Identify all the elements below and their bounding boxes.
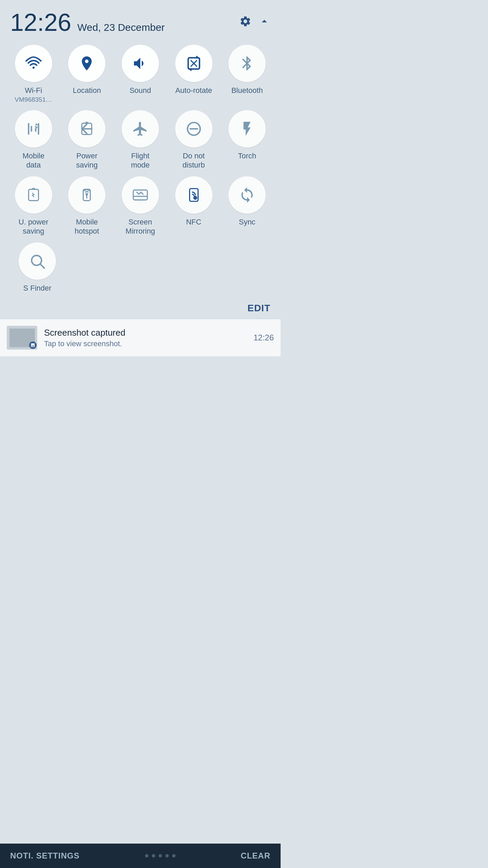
notification-thumbnail xyxy=(7,326,37,350)
tile-nfc-circle xyxy=(175,176,212,214)
header: 12:26 Wed, 23 December xyxy=(0,0,281,41)
tile-powersaving-label: Powersaving xyxy=(76,152,98,170)
tile-torch-label: Torch xyxy=(238,152,256,160)
tile-powersaving[interactable]: Powersaving xyxy=(63,110,110,170)
tile-nfc[interactable]: NFC xyxy=(170,176,218,236)
tile-sfinder[interactable]: S Finder xyxy=(14,242,61,293)
notification-bar[interactable]: Screenshot captured Tap to view screensh… xyxy=(0,319,281,356)
svg-point-0 xyxy=(33,66,35,68)
tile-sound-label: Sound xyxy=(129,86,151,95)
tile-mobiledata-circle xyxy=(15,110,52,147)
tile-bluetooth[interactable]: Bluetooth xyxy=(223,45,271,103)
tile-sync[interactable]: Sync xyxy=(223,176,271,236)
time-value: 12:26 xyxy=(10,10,71,35)
date-value: Wed, 23 December xyxy=(77,22,165,33)
edit-button[interactable]: EDIT xyxy=(247,303,270,314)
tile-torch[interactable]: Torch xyxy=(223,110,271,170)
tile-wifi-circle xyxy=(15,45,52,82)
tile-donotdisturb-circle xyxy=(175,110,212,147)
tile-torch-circle xyxy=(228,110,266,147)
tile-wifi[interactable]: Wi-Fi VM968351… xyxy=(10,45,57,103)
tiles-row-1: Wi-Fi VM968351… Location Sound xyxy=(7,45,274,103)
tile-mobilehotspot-circle xyxy=(68,176,105,214)
time-block: 12:26 Wed, 23 December xyxy=(10,10,165,35)
tiles-row-3: U. powersaving Mobilehotspot xyxy=(7,176,274,236)
tile-screenmirroring[interactable]: ScreenMirroring xyxy=(117,176,164,236)
svg-point-9 xyxy=(86,194,87,195)
tile-donotdisturb-label: Do notdisturb xyxy=(183,152,205,170)
tile-flightmode-label: Flightmode xyxy=(131,152,149,170)
tile-autorotate-circle xyxy=(175,45,212,82)
svg-point-14 xyxy=(195,197,196,198)
tiles-row-2: Mobiledata Powersaving Flightmode xyxy=(7,110,274,170)
tile-autorotate[interactable]: Auto-rotate xyxy=(170,45,218,103)
quick-tiles: Wi-Fi VM968351… Location Sound xyxy=(0,41,281,293)
svg-rect-3 xyxy=(85,122,88,123)
tile-flightmode-circle xyxy=(122,110,159,147)
tile-screenmirroring-circle xyxy=(122,176,159,214)
svg-rect-7 xyxy=(32,188,35,189)
tile-sync-label: Sync xyxy=(239,218,256,226)
notification-content: Screenshot captured Tap to view screensh… xyxy=(44,328,247,348)
edit-row: EDIT xyxy=(0,299,281,319)
tile-donotdisturb[interactable]: Do notdisturb xyxy=(170,110,218,170)
tile-mobilehotspot[interactable]: Mobilehotspot xyxy=(63,176,110,236)
tile-powersaving-circle xyxy=(68,110,105,147)
tile-mobiledata-label: Mobiledata xyxy=(22,152,44,170)
tile-sound[interactable]: Sound xyxy=(117,45,164,103)
tile-bluetooth-circle xyxy=(228,45,266,82)
tile-wifi-sublabel: VM968351… xyxy=(15,96,52,103)
tile-mobiledata[interactable]: Mobiledata xyxy=(10,110,57,170)
settings-icon[interactable] xyxy=(239,15,251,31)
notification-subtitle: Tap to view screenshot. xyxy=(44,339,247,348)
tile-location-circle xyxy=(68,45,105,82)
tile-upowersaving[interactable]: U. powersaving xyxy=(10,176,57,236)
tile-sfinder-label: S Finder xyxy=(23,284,51,293)
collapse-icon[interactable] xyxy=(258,15,270,31)
tile-flightmode[interactable]: Flightmode xyxy=(117,110,164,170)
tile-screenmirroring-label: ScreenMirroring xyxy=(126,218,155,236)
tile-upowersaving-circle xyxy=(15,176,52,214)
tile-bluetooth-label: Bluetooth xyxy=(231,86,263,95)
tile-autorotate-label: Auto-rotate xyxy=(175,86,212,95)
tile-upowersaving-label: U. powersaving xyxy=(19,218,48,236)
tile-mobilehotspot-label: Mobilehotspot xyxy=(75,218,99,236)
tile-wifi-label: Wi-Fi xyxy=(25,86,42,95)
notification-thumbnail-badge xyxy=(29,341,37,349)
tile-location[interactable]: Location xyxy=(63,45,110,103)
tiles-row-4: S Finder xyxy=(7,242,274,293)
tile-sync-circle xyxy=(228,176,266,214)
svg-line-16 xyxy=(40,264,44,268)
tile-location-label: Location xyxy=(73,86,101,95)
clock-display: 12:26 Wed, 23 December xyxy=(10,10,165,35)
tile-nfc-label: NFC xyxy=(186,218,201,226)
notification-title: Screenshot captured xyxy=(44,328,247,338)
header-icons xyxy=(239,10,270,31)
svg-rect-11 xyxy=(133,190,147,200)
notification-time: 12:26 xyxy=(253,333,274,342)
tile-sound-circle xyxy=(122,45,159,82)
tile-sfinder-circle xyxy=(19,242,56,280)
